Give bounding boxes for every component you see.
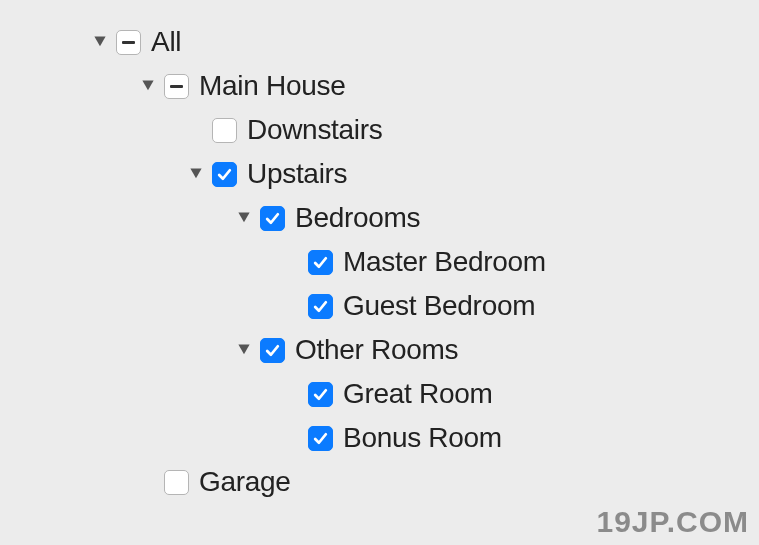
- disclosure-triangle-icon[interactable]: [186, 164, 206, 184]
- tree-label: Upstairs: [247, 158, 347, 190]
- tree-label: Master Bedroom: [343, 246, 546, 278]
- svg-marker-0: [94, 36, 105, 46]
- tree-row-bonus-room[interactable]: Bonus Room: [90, 416, 759, 460]
- tree-label: Bedrooms: [295, 202, 420, 234]
- tree-view: All Main House Downstairs Upstairs: [90, 20, 759, 504]
- tree-row-main-house[interactable]: Main House: [90, 64, 759, 108]
- checkbox-garage[interactable]: [164, 470, 189, 495]
- tree-label: Garage: [199, 466, 291, 498]
- tree-label: Downstairs: [247, 114, 382, 146]
- tree-label: Guest Bedroom: [343, 290, 535, 322]
- checkbox-guest-bedroom[interactable]: [308, 294, 333, 319]
- tree-row-downstairs[interactable]: Downstairs: [90, 108, 759, 152]
- disclosure-triangle-icon[interactable]: [234, 340, 254, 360]
- tree-label: Other Rooms: [295, 334, 458, 366]
- tree-row-bedrooms[interactable]: Bedrooms: [90, 196, 759, 240]
- svg-marker-2: [190, 168, 201, 178]
- tree-row-garage[interactable]: Garage: [90, 460, 759, 504]
- svg-marker-1: [142, 80, 153, 90]
- tree-row-all[interactable]: All: [90, 20, 759, 64]
- watermark-text: 19JP.COM: [596, 505, 749, 539]
- tree-label: Bonus Room: [343, 422, 502, 454]
- tree-row-master-bedroom[interactable]: Master Bedroom: [90, 240, 759, 284]
- checkbox-all[interactable]: [116, 30, 141, 55]
- svg-marker-3: [238, 212, 249, 222]
- checkbox-other-rooms[interactable]: [260, 338, 285, 363]
- tree-row-upstairs[interactable]: Upstairs: [90, 152, 759, 196]
- tree-row-other-rooms[interactable]: Other Rooms: [90, 328, 759, 372]
- checkbox-bedrooms[interactable]: [260, 206, 285, 231]
- tree-label: Great Room: [343, 378, 493, 410]
- tree-row-great-room[interactable]: Great Room: [90, 372, 759, 416]
- checkbox-bonus-room[interactable]: [308, 426, 333, 451]
- tree-label: Main House: [199, 70, 345, 102]
- svg-marker-4: [238, 344, 249, 354]
- disclosure-triangle-icon[interactable]: [234, 208, 254, 228]
- disclosure-triangle-icon[interactable]: [138, 76, 158, 96]
- checkbox-upstairs[interactable]: [212, 162, 237, 187]
- disclosure-triangle-icon[interactable]: [90, 32, 110, 52]
- tree-label: All: [151, 26, 181, 58]
- checkbox-master-bedroom[interactable]: [308, 250, 333, 275]
- checkbox-downstairs[interactable]: [212, 118, 237, 143]
- tree-row-guest-bedroom[interactable]: Guest Bedroom: [90, 284, 759, 328]
- checkbox-great-room[interactable]: [308, 382, 333, 407]
- checkbox-main-house[interactable]: [164, 74, 189, 99]
